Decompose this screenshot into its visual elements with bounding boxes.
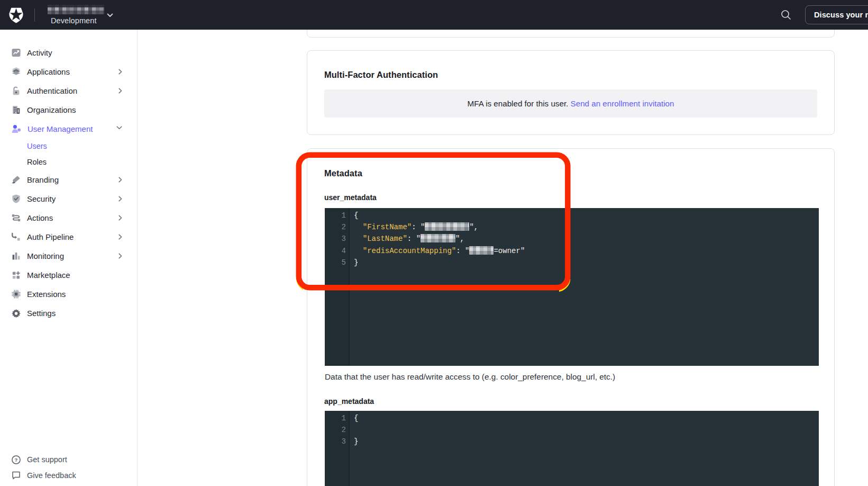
svg-text:?: ? <box>15 457 18 463</box>
